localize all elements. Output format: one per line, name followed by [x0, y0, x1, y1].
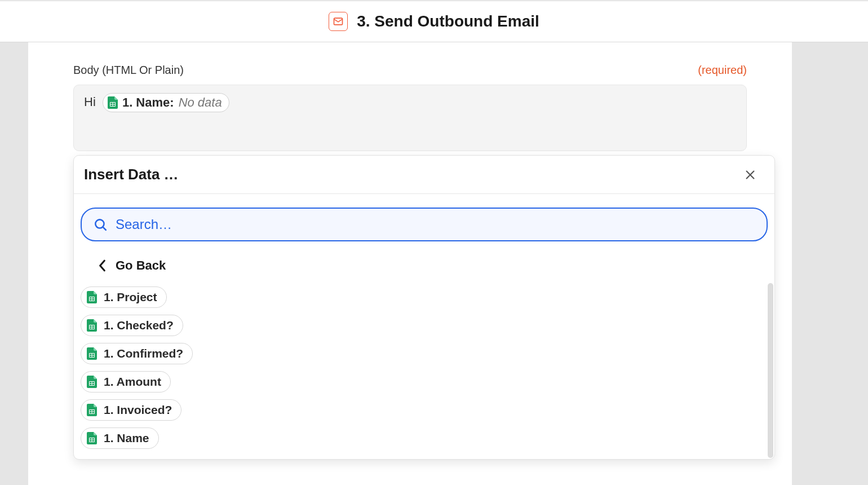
svg-rect-21: [92, 356, 95, 358]
data-item-label: 1. Confirmed?: [104, 347, 183, 360]
svg-rect-15: [90, 328, 92, 329]
close-icon: [744, 169, 756, 181]
data-item-label: 1. Name: [104, 431, 149, 445]
svg-rect-33: [90, 438, 92, 440]
pill-value: No data: [179, 95, 222, 110]
canvas: Body (HTML Or Plain) (required) Hi: [0, 42, 868, 485]
popover-header: Insert Data …: [74, 156, 774, 194]
page-header: 3. Send Outbound Email: [0, 1, 868, 42]
data-scroll: 1. Project 1. Checked? 1. Confirmed? 1. …: [74, 283, 774, 459]
svg-rect-11: [92, 299, 95, 301]
svg-rect-13: [90, 325, 92, 327]
required-indicator: (required): [698, 64, 747, 77]
body-input[interactable]: Hi 1. Name: No data: [73, 85, 747, 151]
svg-rect-9: [92, 297, 95, 299]
svg-rect-30: [90, 412, 92, 414]
svg-rect-2: [110, 103, 113, 104]
svg-rect-35: [90, 440, 92, 442]
pill-label: 1. Name:: [122, 95, 174, 110]
body-prefix-text: Hi: [84, 95, 96, 109]
svg-rect-5: [113, 105, 115, 107]
data-item-name[interactable]: 1. Name: [81, 427, 159, 449]
data-list: 1. Project 1. Checked? 1. Confirmed? 1. …: [74, 283, 774, 459]
scrollbar-thumb[interactable]: [768, 283, 773, 458]
insert-data-popover: Insert Data …: [73, 155, 775, 460]
data-item-invoiced[interactable]: 1. Invoiced?: [81, 399, 181, 421]
svg-rect-8: [90, 297, 92, 299]
sheets-icon: [87, 404, 97, 416]
search-box[interactable]: [81, 208, 768, 241]
svg-rect-18: [90, 354, 92, 355]
svg-rect-20: [90, 356, 92, 358]
search-input[interactable]: [116, 217, 755, 232]
svg-rect-23: [90, 382, 92, 383]
data-pill-name[interactable]: 1. Name: No data: [103, 93, 229, 112]
svg-rect-36: [92, 440, 95, 442]
svg-rect-4: [110, 105, 113, 107]
step-card: Body (HTML Or Plain) (required) Hi: [28, 42, 792, 485]
sheets-icon: [87, 376, 97, 388]
svg-rect-28: [90, 410, 92, 412]
search-icon: [93, 217, 108, 232]
svg-rect-19: [92, 354, 95, 355]
sheets-icon: [87, 291, 97, 303]
sheets-icon: [87, 347, 97, 360]
svg-rect-34: [92, 438, 95, 440]
scrollbar-track[interactable]: [768, 283, 773, 459]
sheets-icon: [108, 96, 118, 109]
data-item-checked[interactable]: 1. Checked?: [81, 315, 183, 336]
go-back-label: Go Back: [116, 258, 166, 273]
svg-rect-24: [92, 382, 95, 383]
data-item-amount[interactable]: 1. Amount: [81, 371, 171, 393]
svg-rect-26: [92, 384, 95, 386]
chevron-left-icon: [99, 259, 107, 272]
svg-rect-10: [90, 299, 92, 301]
svg-rect-25: [90, 384, 92, 386]
svg-rect-31: [92, 412, 95, 414]
sheets-icon: [87, 432, 97, 444]
go-back-button[interactable]: Go Back: [74, 248, 166, 283]
svg-rect-3: [113, 103, 115, 104]
svg-rect-14: [92, 325, 95, 327]
data-item-label: 1. Project: [104, 290, 157, 304]
data-item-project[interactable]: 1. Project: [81, 286, 167, 308]
sheets-icon: [87, 319, 97, 332]
search-wrap: [74, 194, 774, 248]
body-field-label: Body (HTML Or Plain): [73, 64, 184, 77]
field-label-row: Body (HTML Or Plain) (required): [28, 42, 792, 77]
data-item-label: 1. Amount: [104, 375, 161, 389]
popover-title: Insert Data …: [84, 166, 179, 183]
page-title: 3. Send Outbound Email: [357, 12, 539, 30]
data-item-confirmed[interactable]: 1. Confirmed?: [81, 343, 193, 364]
svg-rect-16: [92, 328, 95, 329]
close-button[interactable]: [742, 166, 759, 183]
svg-rect-29: [92, 410, 95, 412]
data-item-label: 1. Checked?: [104, 319, 174, 332]
email-icon: [329, 12, 348, 31]
data-item-label: 1. Invoiced?: [104, 403, 172, 417]
